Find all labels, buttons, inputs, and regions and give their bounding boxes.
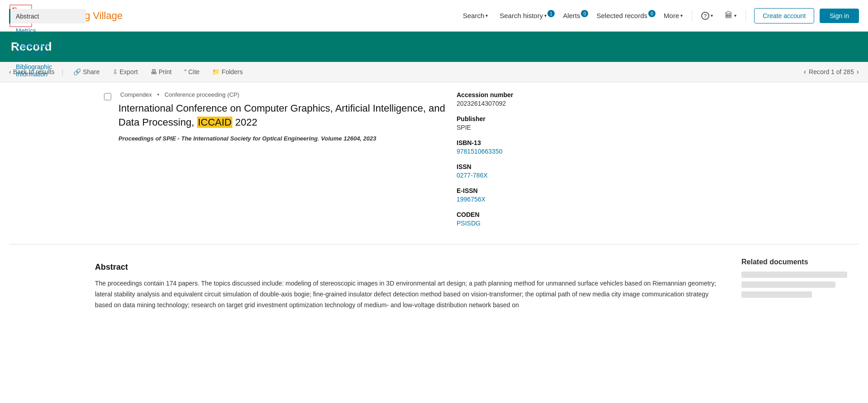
publisher-label: Publisher: [457, 115, 574, 122]
page-title-bar: Record: [0, 32, 868, 62]
sidebar-metrics-label: Metrics: [16, 27, 36, 34]
nav-selected-records-label: Selected records: [596, 12, 647, 19]
nav-separator-1: [692, 10, 692, 21]
sidebar: Abstract Metrics Conference Information …: [9, 9, 86, 81]
sidebar-item-conference-information[interactable]: Conference Information: [9, 38, 86, 60]
nav-library[interactable]: 🏛 ▾: [720, 8, 741, 23]
source-type: Conference proceeding (CP): [165, 91, 239, 98]
print-button[interactable]: 🖶 Print: [148, 66, 175, 77]
issn-value[interactable]: 0277-786X: [457, 172, 574, 179]
main-area: Abstract Metrics Conference Information …: [0, 82, 868, 235]
accession-value: 20232614307092: [457, 100, 574, 107]
meta-publisher: Publisher SPIE: [457, 115, 574, 131]
nav-separator-2: [745, 10, 746, 21]
meta-issn: ISSN 0277-786X: [457, 163, 574, 179]
nav-items: Search ▾ Search history ▾ 1 Alerts 0 Sel…: [458, 8, 859, 23]
journal-name: Proceedings of SPIE - The International …: [118, 135, 318, 142]
cite-label: Cite: [188, 68, 199, 75]
export-label: Export: [120, 68, 138, 75]
record-source: Compendex • Conference proceeding (CP): [118, 91, 448, 98]
folders-icon: 📁: [212, 68, 220, 75]
sidebar-item-bibliographic-information[interactable]: Bibliographic Information: [9, 60, 86, 81]
publisher-value: SPIE: [457, 124, 574, 131]
related-documents-panel: Related documents: [732, 258, 859, 310]
search-chevron-icon: ▾: [486, 13, 488, 18]
prev-record-icon[interactable]: ‹: [804, 68, 806, 76]
nav-search-label: Search: [463, 12, 485, 19]
accession-label: Accession number: [457, 91, 574, 98]
nav-more-label: More: [664, 12, 679, 19]
isbn-value[interactable]: 9781510663350: [457, 148, 574, 155]
sidebar-item-abstract[interactable]: Abstract: [9, 9, 86, 23]
section-divider: [9, 244, 859, 244]
record-header: Compendex • Conference proceeding (CP) I…: [104, 91, 448, 142]
coden-value[interactable]: PSISDG: [457, 220, 574, 227]
eissn-label: E-ISSN: [457, 187, 574, 194]
selected-records-badge: 0: [648, 10, 656, 17]
library-chevron-icon: ▾: [734, 13, 736, 18]
metadata-panel: Accession number 20232614307092 Publishe…: [448, 91, 574, 235]
journal-volume: Volume 12604, 2023: [321, 135, 376, 142]
library-icon: 🏛: [725, 11, 733, 20]
nav-search[interactable]: Search ▾: [458, 9, 493, 22]
next-record-icon[interactable]: ›: [857, 68, 859, 76]
eissn-value[interactable]: 1996756X: [457, 196, 574, 203]
related-doc-placeholder-3: [741, 291, 812, 298]
nav-selected-records[interactable]: Selected records 0: [592, 9, 656, 22]
sidebar-bibliographic-label: Bibliographic Information: [16, 63, 52, 78]
content-area: Compendex • Conference proceeding (CP) I…: [86, 91, 859, 235]
isbn-label: ISBN-13: [457, 139, 574, 146]
issn-label: ISSN: [457, 163, 574, 170]
search-history-chevron-icon: ▾: [544, 13, 547, 18]
toolbar: ‹ Back to results | 🔗 Share ⇩ Export 🖶 P…: [0, 62, 868, 82]
meta-coden: CODEN PSISDG: [457, 211, 574, 227]
sidebar-conference-label: Conference Information: [16, 42, 48, 56]
export-icon: ⇩: [113, 68, 118, 75]
record-title-part2: 2022: [232, 117, 257, 128]
nav-more[interactable]: More ▾: [659, 9, 687, 22]
meta-isbn: ISBN-13 9781510663350: [457, 139, 574, 155]
print-icon: 🖶: [151, 68, 157, 75]
help-icon: ?: [701, 12, 709, 20]
sidebar-item-metrics[interactable]: Metrics: [9, 23, 86, 38]
folders-button[interactable]: 📁 Folders: [209, 66, 245, 77]
meta-eissn: E-ISSN 1996756X: [457, 187, 574, 203]
export-button[interactable]: ⇩ Export: [110, 66, 141, 77]
source-db: Compendex: [120, 91, 152, 98]
record-title-highlight: ICCAID: [197, 117, 233, 128]
related-doc-placeholder-2: [741, 281, 835, 288]
toolbar-right: ‹ Record 1 of 285 ›: [804, 68, 859, 76]
related-docs-title: Related documents: [741, 258, 859, 266]
cite-icon: ”: [184, 68, 187, 75]
cite-button[interactable]: ” Cite: [182, 66, 203, 77]
print-label: Print: [159, 68, 172, 75]
more-chevron-icon: ▾: [680, 13, 683, 18]
create-account-button[interactable]: Create account: [754, 8, 814, 23]
page-title: Record: [11, 40, 857, 54]
record-journal: Proceedings of SPIE - The International …: [118, 135, 448, 142]
sign-in-button[interactable]: Sign in: [820, 9, 859, 23]
abstract-area: Abstract The proceedings contain 174 pap…: [0, 253, 868, 319]
nav-help[interactable]: ? ▾: [697, 9, 717, 23]
abstract-text: The proceedings contain 174 papers. The …: [95, 278, 723, 310]
source-separator: •: [157, 91, 160, 98]
record-info: Compendex • Conference proceeding (CP) I…: [118, 91, 448, 142]
alerts-badge: 0: [581, 10, 588, 17]
record-main: Compendex • Conference proceeding (CP) I…: [86, 91, 448, 235]
header: ELSEVIER E Engineering Village Search ▾ …: [0, 0, 868, 32]
nav-alerts-label: Alerts: [563, 12, 580, 19]
nav-search-history[interactable]: Search history ▾ 1: [495, 9, 556, 22]
related-doc-placeholder-1: [741, 272, 847, 278]
help-chevron-icon: ▾: [711, 13, 713, 18]
record-select-checkbox[interactable]: [104, 93, 111, 100]
record-title-part1: International Conference on Computer Gra…: [118, 103, 445, 128]
record-title: International Conference on Computer Gra…: [118, 102, 448, 130]
abstract-section: Abstract The proceedings contain 174 pap…: [95, 258, 732, 310]
nav-alerts[interactable]: Alerts 0: [558, 9, 589, 22]
search-history-badge: 1: [547, 10, 555, 17]
sidebar-abstract-label: Abstract: [16, 13, 39, 20]
nav-search-history-label: Search history: [500, 12, 543, 19]
coden-label: CODEN: [457, 211, 574, 218]
abstract-title: Abstract: [95, 262, 723, 272]
folders-label: Folders: [222, 68, 243, 75]
